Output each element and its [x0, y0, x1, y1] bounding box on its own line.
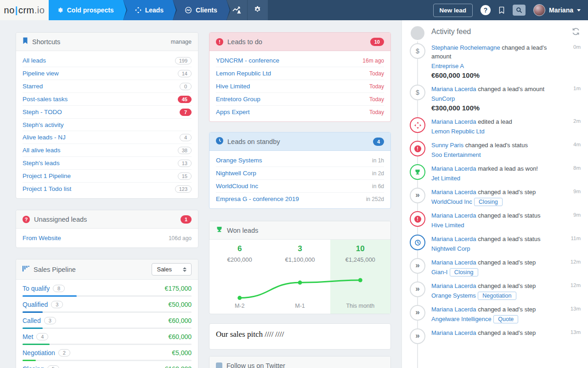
- tab-cold-prospects[interactable]: ❄ Cold prospects: [49, 0, 123, 20]
- shortcut-link[interactable]: Alive leads - NJ: [23, 134, 66, 141]
- feed-action: changed a lead's amount: [478, 86, 544, 92]
- feed-item: » Mariana Lacerda changed a lead's step …: [402, 305, 588, 323]
- user-name: Mariana: [549, 6, 573, 14]
- feed-time: 13m: [571, 329, 581, 335]
- lead-link[interactable]: Empresa G - conference 2019: [216, 196, 299, 202]
- actor-link[interactable]: Mariana Lacerda: [431, 236, 476, 242]
- manage-link[interactable]: manage: [171, 39, 192, 45]
- leads-to-do-list: YDNCRM - conference 16m ago Lemon Republ…: [209, 51, 390, 121]
- lead-row: Entretoro Group Today: [216, 92, 384, 105]
- lead-link[interactable]: Apps Expert: [216, 109, 250, 115]
- lead-link[interactable]: Nightwell Corp: [216, 170, 256, 177]
- lead-link[interactable]: From Website: [23, 235, 61, 242]
- help-icon[interactable]: ?: [481, 5, 491, 15]
- lead-link[interactable]: YDNCRM - conference: [216, 57, 279, 64]
- gear-icon: [254, 6, 261, 15]
- card-title: Sales Pipeline: [34, 266, 76, 273]
- count-badge: 4: [373, 138, 384, 146]
- user-menu[interactable]: Mariana: [533, 4, 581, 16]
- feed-header: Activity feed: [402, 20, 588, 43]
- actor-link[interactable]: Mariana Lacerda: [431, 118, 476, 125]
- dollar-icon: $: [410, 43, 425, 59]
- shortcut-link[interactable]: Steph's activity: [23, 121, 64, 128]
- step-link[interactable]: Negotiation: [23, 349, 55, 356]
- leads-on-standby-card: Leads on standby 4 Orange Systems in 1h …: [209, 132, 391, 209]
- step-link[interactable]: Called: [23, 317, 41, 324]
- step-badge[interactable]: Closing: [474, 198, 503, 206]
- lead-link[interactable]: Gian-I: [431, 268, 447, 276]
- sales-pitch-text[interactable]: Our sales pitch //// ////: [216, 330, 384, 339]
- shortcut-link[interactable]: Project 1 Todo list: [23, 185, 71, 192]
- app-logo[interactable]: no|crm.io: [0, 0, 49, 20]
- actor-link[interactable]: Mariana Lacerda: [431, 306, 476, 313]
- refresh-icon[interactable]: [572, 28, 580, 37]
- step-amount: €5,000: [172, 349, 192, 356]
- lead-link[interactable]: Lemon Republic Ltd: [216, 70, 271, 77]
- step-badge[interactable]: Negotiation: [478, 292, 516, 300]
- actor-link[interactable]: Mariana Lacerda: [431, 259, 476, 266]
- count-pill: 13: [178, 160, 192, 167]
- lead-link[interactable]: Entretoro Group: [216, 96, 260, 103]
- shortcut-link[interactable]: Steph - TODO: [23, 109, 62, 115]
- lead-link[interactable]: Angelware Intelligence: [431, 315, 492, 323]
- lead-link[interactable]: Orange Systems: [216, 157, 262, 164]
- trophy-icon: [216, 226, 223, 235]
- lead-link[interactable]: Nightwell Corp: [431, 244, 470, 253]
- step-link[interactable]: Qualified: [23, 301, 48, 308]
- step-count-pill: 8: [53, 285, 65, 292]
- shortcut-link[interactable]: Steph's leads: [23, 160, 60, 167]
- won-month-column: 6 €200,000 M-2: [209, 240, 270, 314]
- actor-link[interactable]: Mariana Lacerda: [431, 86, 476, 92]
- shortcut-link[interactable]: All alive leads: [23, 147, 61, 154]
- shortcut-link[interactable]: Project 1 Pipeline: [23, 172, 71, 179]
- new-lead-button[interactable]: New lead: [433, 4, 473, 17]
- lead-link[interactable]: Hive Limited: [431, 221, 464, 230]
- standby-list: Orange Systems in 1h Nightwell Corp in 2…: [209, 151, 390, 208]
- lead-link[interactable]: WorldCloud Inc: [216, 183, 258, 190]
- tab-leads[interactable]: Leads: [123, 0, 173, 20]
- feed-item: Mariana Lacerda changed a lead's status …: [402, 235, 588, 253]
- step-link[interactable]: Closing: [23, 365, 44, 368]
- count-pill: 199: [175, 57, 192, 64]
- actor-link[interactable]: Stephanie Rochelemagne: [431, 44, 500, 51]
- step-badge[interactable]: Quote: [493, 315, 518, 323]
- actor-link[interactable]: Mariana Lacerda: [431, 189, 476, 196]
- pipeline-selector[interactable]: Sales: [152, 263, 192, 276]
- lead-link[interactable]: Soo Entertainment: [431, 150, 481, 159]
- actor-link[interactable]: Sunny Paris: [431, 142, 464, 149]
- count-badge: 1: [181, 215, 192, 224]
- lead-link[interactable]: Entreprise A: [431, 62, 464, 70]
- won-months: 6 €200,000 M-2 3 €1,100,000 M-1 10 €1,24…: [209, 240, 390, 314]
- shortcut-link[interactable]: Starred: [23, 83, 43, 90]
- actor-link[interactable]: Mariana Lacerda: [431, 212, 476, 219]
- bookmark-icon[interactable]: [498, 6, 505, 14]
- shortcut-link[interactable]: Post-sales tasks: [23, 96, 68, 103]
- shortcut-link[interactable]: Pipeline view: [23, 70, 59, 77]
- step-link[interactable]: Met: [23, 333, 33, 340]
- actor-link[interactable]: Mariana Lacerda: [431, 329, 476, 336]
- feed-action: changed a lead's status: [478, 212, 540, 219]
- lead-link[interactable]: Orange Systems: [431, 291, 476, 300]
- lead-link[interactable]: WorldCloud Inc: [431, 197, 472, 206]
- shortcut-link[interactable]: All leads: [23, 57, 46, 64]
- shortcuts-list: All leads 199 Pipeline view 14 Starred 0…: [16, 51, 198, 198]
- tab-admin-settings[interactable]: [247, 0, 268, 20]
- tab-clients[interactable]: Clients: [173, 0, 226, 20]
- step-link[interactable]: To qualify: [23, 285, 50, 292]
- pipeline-row: Negotiation 2 €5,000: [23, 345, 192, 361]
- snowflake-icon: ❄: [58, 6, 63, 14]
- feed-time: 13m: [571, 306, 581, 311]
- lead-time: 16m ago: [362, 58, 384, 64]
- lead-link[interactable]: Jet Limited: [431, 174, 460, 183]
- feed-time: 11m: [571, 236, 581, 241]
- feed-action: changed a lead's status: [478, 236, 540, 242]
- lead-link[interactable]: SunCorp: [431, 94, 455, 103]
- won-count: 10: [330, 244, 390, 253]
- actor-link[interactable]: Mariana Lacerda: [431, 165, 476, 172]
- search-button[interactable]: [513, 5, 526, 16]
- lead-link[interactable]: Lemon Republic Ltd: [431, 127, 485, 136]
- sales-pitch-card: Our sales pitch //// ////: [209, 323, 391, 350]
- step-badge[interactable]: Closing: [450, 268, 478, 276]
- actor-link[interactable]: Mariana Lacerda: [431, 282, 476, 289]
- lead-link[interactable]: Hive Limited: [216, 83, 250, 90]
